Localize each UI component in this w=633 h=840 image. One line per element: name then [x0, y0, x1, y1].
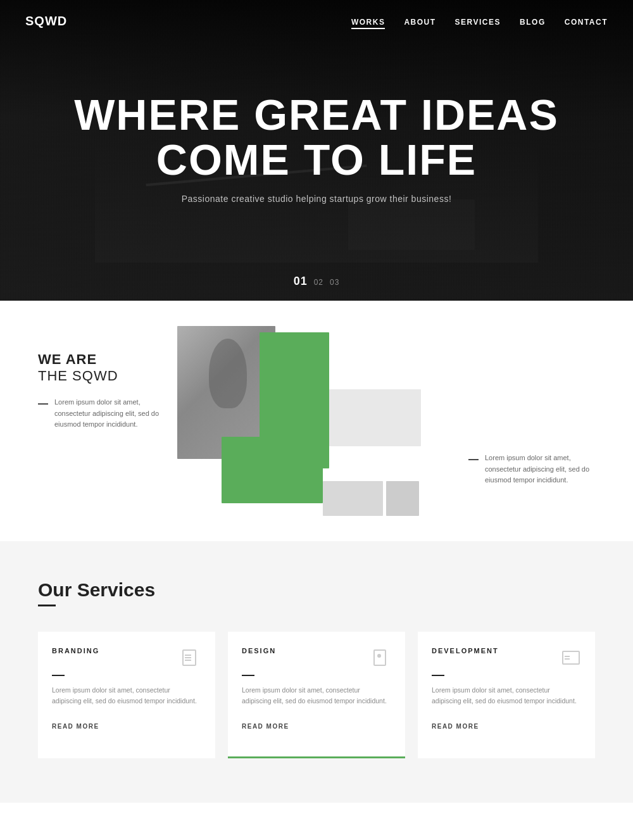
- services-section: Our Services BRANDING Lorem ipsum dolor …: [0, 541, 633, 803]
- service-desc-development: Lorem ipsum dolor sit amet, consectetur …: [432, 685, 581, 707]
- dash-icon: —: [38, 398, 48, 410]
- slide-2[interactable]: 02: [314, 278, 323, 287]
- nav-item-contact[interactable]: CONTACT: [565, 16, 608, 27]
- design-icon: [368, 647, 391, 670]
- service-card-branding: BRANDING Lorem ipsum dolor sit amet, con…: [38, 632, 215, 758]
- service-name-branding: BRANDING: [52, 647, 99, 655]
- service-readmore-branding[interactable]: READ MORE: [52, 723, 99, 730]
- nav-link-about[interactable]: ABOUT: [404, 18, 436, 27]
- about-label: WE ARE: [38, 351, 165, 368]
- nav-item-about[interactable]: ABOUT: [404, 16, 436, 27]
- collage-green-wide: [222, 437, 323, 503]
- slide-indicators: 01 02 03: [294, 275, 340, 288]
- services-title: Our Services: [38, 579, 595, 601]
- about-desc-left: — Lorem ipsum dolor sit amet, consectetu…: [38, 397, 165, 430]
- nav-item-services[interactable]: SERVICES: [455, 16, 501, 27]
- service-header-design: DESIGN: [242, 647, 391, 670]
- collage-gray-small: [323, 481, 383, 516]
- service-underline-branding: [52, 675, 65, 676]
- service-header-development: DEVELOPMENT: [432, 647, 581, 670]
- dash-icon-right: —: [468, 454, 479, 465]
- service-card-design: DESIGN Lorem ipsum dolor sit amet, conse…: [228, 632, 405, 758]
- slide-1[interactable]: 01: [294, 275, 308, 288]
- service-desc-branding: Lorem ipsum dolor sit amet, consectetur …: [52, 685, 201, 707]
- about-right: — Lorem ipsum dolor sit amet, consectetu…: [468, 453, 595, 486]
- nav-item-blog[interactable]: BLOG: [520, 16, 546, 27]
- branding-icon: [179, 647, 201, 670]
- service-readmore-design[interactable]: READ MORE: [242, 723, 289, 730]
- nav-link-services[interactable]: SERVICES: [455, 18, 501, 27]
- logo[interactable]: SQWD: [25, 14, 67, 28]
- service-underline-development: [432, 675, 444, 676]
- collage-gray-tiny: [386, 481, 419, 516]
- nav-links: WORKS ABOUT SERVICES BLOG CONTACT: [351, 16, 608, 27]
- slide-3[interactable]: 03: [330, 278, 339, 287]
- collage-gray-rect: [329, 389, 421, 446]
- nav-item-works[interactable]: WORKS: [351, 16, 385, 27]
- about-desc-right-container: — Lorem ipsum dolor sit amet, consectetu…: [468, 453, 595, 486]
- service-name-development: DEVELOPMENT: [432, 647, 499, 655]
- about-name: THE SQWD: [38, 368, 165, 384]
- service-readmore-development[interactable]: READ MORE: [432, 723, 479, 730]
- about-left: WE ARE THE SQWD — Lorem ipsum dolor sit …: [38, 351, 165, 430]
- hero-content: WHERE GREAT IDEAS COME TO LIFE Passionat…: [63, 92, 570, 204]
- development-icon: [558, 647, 581, 670]
- about-left-text: Lorem ipsum dolor sit amet, consectetur …: [54, 397, 165, 430]
- service-name-design: DESIGN: [242, 647, 276, 655]
- hero-subtitle: Passionate creative studio helping start…: [63, 194, 570, 204]
- service-header-branding: BRANDING: [52, 647, 201, 670]
- service-underline-design: [242, 675, 254, 676]
- about-right-text: Lorem ipsum dolor sit amet, consectetur …: [485, 453, 595, 486]
- service-desc-design: Lorem ipsum dolor sit amet, consectetur …: [242, 685, 391, 707]
- nav-link-works[interactable]: WORKS: [351, 18, 385, 29]
- nav-link-blog[interactable]: BLOG: [520, 18, 546, 27]
- hero-title: WHERE GREAT IDEAS COME TO LIFE: [63, 92, 570, 183]
- services-grid: BRANDING Lorem ipsum dolor sit amet, con…: [38, 632, 595, 758]
- about-section: WE ARE THE SQWD — Lorem ipsum dolor sit …: [0, 301, 633, 541]
- hero-section: SQWD WORKS ABOUT SERVICES BLOG CONTACT W…: [0, 0, 633, 301]
- services-underline: [38, 605, 56, 606]
- nav-link-contact[interactable]: CONTACT: [565, 18, 608, 27]
- main-nav: SQWD WORKS ABOUT SERVICES BLOG CONTACT: [0, 0, 633, 42]
- about-collage: [171, 326, 424, 529]
- service-card-development: DEVELOPMENT Lorem ipsum dolor sit amet, …: [418, 632, 595, 758]
